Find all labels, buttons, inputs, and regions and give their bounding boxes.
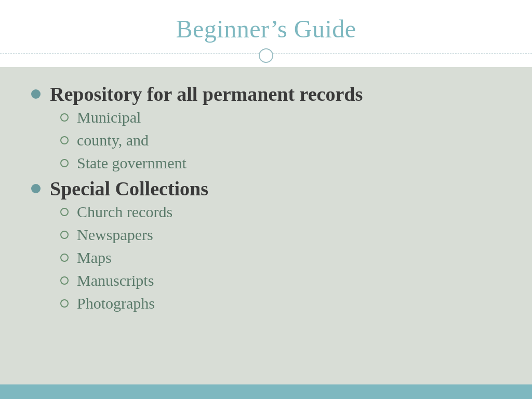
sub-item-county: county, and [60,129,501,151]
sub-list-repository: Municipal county, and State government [60,107,501,174]
sub-bullet-photographs [60,299,69,308]
sub-bullet-state-government [60,159,69,167]
slide-title: Beginner’s Guide [21,15,511,43]
sub-item-text-municipal: Municipal [77,107,141,128]
sub-item-text-manuscripts: Manuscripts [77,270,154,291]
sub-item-newspapers: Newspapers [60,224,501,246]
sub-bullet-maps [60,254,69,262]
main-item-label-repository: Repository for all permanent records [31,83,501,105]
sub-item-text-state-government: State government [77,152,187,174]
sub-item-photographs: Photographs [60,292,501,314]
sub-bullet-municipal [60,113,69,122]
sub-bullet-manuscripts [60,276,69,285]
footer-bar [0,384,532,399]
sub-item-text-newspapers: Newspapers [77,224,153,246]
sub-item-maps: Maps [60,247,501,269]
bullet-dot-special-collections [31,184,41,193]
divider-circle [259,48,273,63]
main-item-special-collections: Special Collections Church records Newsp… [31,177,501,314]
sub-item-church-records: Church records [60,201,501,223]
divider [0,43,532,63]
sub-item-manuscripts: Manuscripts [60,270,501,291]
slide: Beginner’s Guide Repository for all perm… [0,0,532,399]
content-area: Repository for all permanent records Mun… [0,67,532,384]
sub-bullet-newspapers [60,231,69,239]
sub-bullet-county [60,136,69,144]
main-item-text-repository: Repository for all permanent records [50,83,363,105]
sub-item-text-county: county, and [77,129,149,151]
bullet-dot-repository [31,89,41,99]
sub-item-text-photographs: Photographs [77,292,155,314]
sub-item-state-government: State government [60,152,501,174]
sub-item-municipal: Municipal [60,107,501,128]
sub-item-text-maps: Maps [77,247,112,269]
main-list: Repository for all permanent records Mun… [31,83,501,314]
sub-item-text-church-records: Church records [77,201,172,223]
main-item-repository: Repository for all permanent records Mun… [31,83,501,174]
sub-list-special-collections: Church records Newspapers Maps Manuscrip… [60,201,501,314]
sub-bullet-church-records [60,208,69,216]
header: Beginner’s Guide [0,0,532,43]
main-item-label-special-collections: Special Collections [31,177,501,200]
main-item-text-special-collections: Special Collections [50,177,208,200]
